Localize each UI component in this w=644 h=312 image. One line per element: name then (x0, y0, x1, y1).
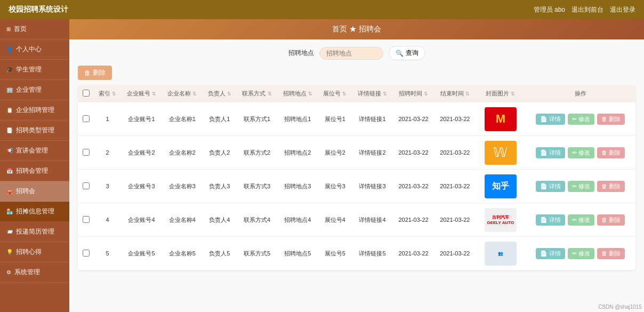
row-checkbox[interactable] (83, 216, 90, 223)
sidebar-item-job-type[interactable]: 📑 招聘类型管理 (0, 121, 69, 141)
row-checkbox[interactable] (83, 182, 90, 189)
delete-button[interactable]: 🗑 删除 (597, 114, 625, 125)
cell-account: 企业账号2 (121, 136, 162, 170)
delete-label: 删除 (93, 68, 106, 77)
layout: ⊞ 首页 👤 个人中心 🎓 学生管理 🏢 企业管理 📋 企业招聘管理 📑 招聘类… (0, 19, 644, 312)
sidebar-item-home[interactable]: ⊞ 首页 (0, 19, 69, 39)
cell-contact: 负责人1 (203, 102, 237, 136)
row-checkbox[interactable] (83, 149, 90, 156)
main-content: 首页 ★ 招聘会 招聘地点 🔍 查询 🗑 删除 (69, 19, 644, 312)
cell-start-time: 2021-03-22 (393, 237, 434, 270)
sidebar-item-recruit-mgmt[interactable]: 📋 企业招聘管理 (0, 100, 69, 121)
sidebar-student-label: 学生管理 (16, 65, 42, 74)
th-cover: 封面图片 ⇅ (476, 85, 525, 102)
sidebar-booth-info-label: 招摊信息管理 (16, 207, 54, 216)
detail-button[interactable]: 📄 详情 (536, 181, 565, 192)
edit-button[interactable]: ✏ 修改 (568, 114, 594, 125)
admin-label: 管理员 abo (534, 5, 565, 14)
th-name: 企业名称 ⇅ (162, 85, 203, 102)
top-actions: 管理员 abo 退出到前台 退出登录 (534, 5, 635, 14)
personal-icon: 👤 (6, 46, 13, 52)
edit-button[interactable]: ✏ 修改 (568, 181, 594, 192)
cell-start-time: 2021-03-22 (393, 203, 434, 237)
edit-button[interactable]: ✏ 修改 (568, 248, 594, 259)
cell-booth: 展位号3 (318, 170, 352, 203)
detail-button[interactable]: 📄 详情 (536, 147, 565, 158)
row-checkbox[interactable] (83, 115, 90, 122)
cell-cover: 👥 (476, 237, 525, 270)
detail-button[interactable]: 📄 详情 (536, 114, 565, 125)
batch-delete-button[interactable]: 🗑 删除 (78, 66, 112, 80)
delete-button[interactable]: 🗑 删除 (597, 248, 625, 259)
delete-button[interactable]: 🗑 删除 (597, 147, 625, 158)
cell-location: 招聘地点3 (277, 170, 318, 203)
cell-name: 企业名称2 (162, 136, 203, 170)
enterprise-icon: 🏢 (6, 87, 13, 93)
cell-contact: 负责人5 (203, 237, 237, 270)
sidebar-item-job-fair-mgmt[interactable]: 📅 招聘会管理 (0, 161, 69, 181)
cell-detail: 详情链接2 (352, 136, 392, 170)
cell-detail: 详情链接4 (352, 203, 392, 237)
sidebar-item-recruit-heart[interactable]: 💡 招聘心得 (0, 242, 69, 262)
back-to-front-link[interactable]: 退出到前台 (571, 5, 603, 14)
sidebar-item-job-fair[interactable]: 🎪 招聘会 (0, 181, 69, 202)
cell-index: 3 (94, 170, 121, 203)
table-header: 索引 ⇅ 企业账号 ⇅ 企业名称 ⇅ 负责人 ⇅ 联系方式 ⇅ 招聘地点 ⇅ 展… (78, 85, 635, 102)
cell-location: 招聘地点2 (277, 136, 318, 170)
cell-account: 企业账号1 (121, 102, 162, 136)
detail-button[interactable]: 📄 详情 (536, 214, 565, 226)
detail-button[interactable]: 📄 详情 (536, 248, 565, 259)
table-row: 1 企业账号1 企业名称1 负责人1 联系方式1 招聘地点1 展位号1 详情链接… (78, 102, 635, 136)
cell-location: 招聘地点1 (277, 102, 318, 136)
sidebar-item-personal[interactable]: 👤 个人中心 (0, 39, 69, 60)
th-end-time: 结束时间 ⇅ (434, 85, 476, 102)
table-row: 4 企业账号4 企业名称4 负责人4 联系方式4 招聘地点4 展位号4 详情链接… (78, 203, 635, 237)
sidebar-item-enterprise[interactable]: 🏢 企业管理 (0, 80, 69, 100)
logout-link[interactable]: 退出登录 (610, 5, 635, 14)
query-button[interactable]: 🔍 查询 (389, 46, 425, 60)
cell-location: 招聘地点4 (277, 203, 318, 237)
sidebar-job-type-label: 招聘类型管理 (16, 126, 54, 135)
system-icon: ⚙ (6, 269, 11, 275)
th-checkbox (78, 85, 94, 102)
action-bar: 🗑 删除 (78, 66, 635, 80)
cell-checkbox (78, 237, 94, 270)
data-table: 索引 ⇅ 企业账号 ⇅ 企业名称 ⇅ 负责人 ⇅ 联系方式 ⇅ 招聘地点 ⇅ 展… (78, 85, 635, 270)
booth-apply-icon: 📨 (6, 229, 13, 235)
cell-index: 1 (94, 102, 121, 136)
cell-booth: 展位号5 (318, 237, 352, 270)
table-body: 1 企业账号1 企业名称1 负责人1 联系方式1 招聘地点1 展位号1 详情链接… (78, 102, 635, 270)
sidebar-item-student[interactable]: 🎓 学生管理 (0, 60, 69, 80)
sidebar-item-system[interactable]: ⚙ 系统管理 (0, 262, 69, 283)
select-all-checkbox[interactable] (83, 90, 90, 97)
cell-name: 企业名称1 (162, 102, 203, 136)
cell-index: 5 (94, 237, 121, 270)
delete-button[interactable]: 🗑 删除 (597, 214, 625, 226)
sidebar-enterprise-label: 企业管理 (16, 85, 42, 94)
row-checkbox[interactable] (83, 250, 90, 257)
cell-name: 企业名称4 (162, 203, 203, 237)
data-table-wrapper: 索引 ⇅ 企业账号 ⇅ 企业名称 ⇅ 负责人 ⇅ 联系方式 ⇅ 招聘地点 ⇅ 展… (78, 85, 635, 270)
cell-detail: 详情链接1 (352, 102, 392, 136)
page-header: 首页 ★ 招聘会 (69, 19, 644, 39)
cell-actions: 📄 详情 ✏ 修改 🗑 删除 (526, 102, 636, 136)
edit-button[interactable]: ✏ 修改 (568, 214, 594, 226)
sidebar-item-booth-apply[interactable]: 📨 投递简历管理 (0, 222, 69, 242)
th-account: 企业账号 ⇅ (121, 85, 162, 102)
cell-end-time: 2021-03-22 (434, 203, 476, 237)
th-contact: 负责人 ⇅ (203, 85, 237, 102)
th-phone: 联系方式 ⇅ (237, 85, 277, 102)
cell-index: 2 (94, 136, 121, 170)
sidebar-item-seminar[interactable]: 📢 宣讲会管理 (0, 141, 69, 161)
cell-end-time: 2021-03-22 (434, 136, 476, 170)
cell-account: 企业账号3 (121, 170, 162, 203)
sidebar-personal-label: 个人中心 (16, 45, 42, 54)
job-fair-icon: 🎪 (6, 188, 13, 194)
edit-button[interactable]: ✏ 修改 (568, 147, 594, 158)
cell-name: 企业名称5 (162, 237, 203, 270)
filter-location-input[interactable] (319, 47, 383, 60)
sidebar-item-booth-info[interactable]: 🏪 招摊信息管理 (0, 202, 69, 222)
delete-button[interactable]: 🗑 删除 (597, 181, 625, 192)
cell-phone: 联系方式3 (237, 170, 277, 203)
recruit-mgmt-icon: 📋 (6, 107, 13, 113)
